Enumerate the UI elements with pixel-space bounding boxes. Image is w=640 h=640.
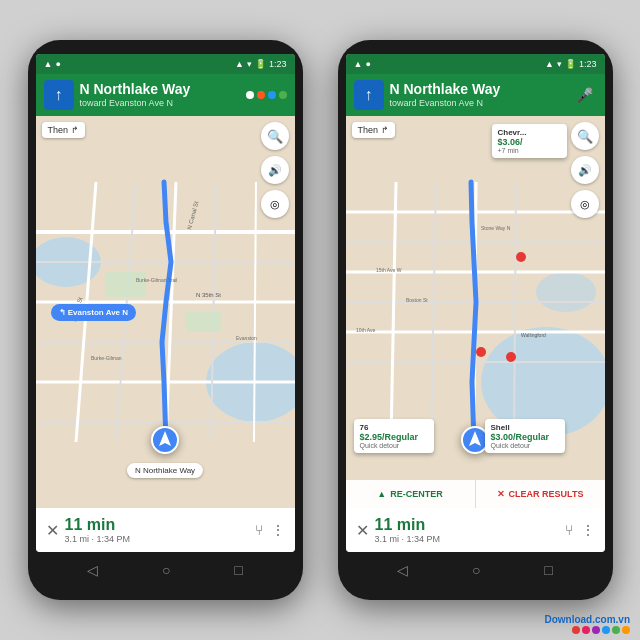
- recenter-triangle-icon: ▲: [377, 489, 386, 499]
- gas-price-chevron: $3.06/: [498, 137, 561, 147]
- watermark-text: Download.com.vn: [544, 614, 630, 625]
- trip-time-1: 11 min: [65, 516, 249, 534]
- gas-popup-chevron[interactable]: Chevr... $3.06/ +7 min: [492, 124, 567, 158]
- status-bar-1: ▲ ● ▲ ▾ 🔋 1:23: [36, 54, 295, 74]
- status-left-2: ▲ ●: [354, 59, 371, 69]
- gas-label-shell: Quick detour: [491, 442, 559, 449]
- status-right-1: ▲ ▾ 🔋 1:23: [235, 59, 286, 69]
- more-icon-1[interactable]: ⋮: [271, 522, 285, 538]
- recenter-label: RE-CENTER: [390, 489, 443, 499]
- signal-icon-1: ▲: [44, 59, 53, 69]
- dot-2: [257, 91, 265, 99]
- svg-text:Burke-Gilman Trail: Burke-Gilman Trail: [136, 277, 177, 283]
- phone-2: ▲ ● ▲ ▾ 🔋 1:23 N Northlake Way toward Ev…: [338, 40, 613, 600]
- phone-1: ▲ ● ▲ ▾ 🔋 1:23 N Northlake Way toward Ev…: [28, 40, 303, 600]
- phone-2-screen: ▲ ● ▲ ▾ 🔋 1:23 N Northlake Way toward Ev…: [346, 54, 605, 552]
- trip-info-1: 11 min 3.1 mi · 1:34 PM: [65, 516, 249, 544]
- clear-x-icon: ✕: [497, 489, 505, 499]
- turn-bubble-1: ↰ Evanston Ave N: [51, 304, 137, 321]
- then-instruction-1: Then ↱: [42, 122, 85, 138]
- clear-label: CLEAR RESULTS: [509, 489, 584, 499]
- svg-point-26: [536, 272, 596, 312]
- wifi-icon-1: ●: [55, 59, 60, 69]
- fork-icon-2: ⑂: [565, 522, 573, 538]
- search-button-2[interactable]: 🔍: [571, 122, 599, 150]
- then-text-2: Then ↱: [358, 125, 389, 135]
- trip-details-2: 3.1 mi · 1:34 PM: [375, 534, 559, 544]
- dot-1: [246, 91, 254, 99]
- wifi2-icon-1: ▾: [247, 59, 252, 69]
- back-btn-2[interactable]: ◁: [397, 562, 408, 578]
- nav-street-2: N Northlake Way: [390, 82, 567, 97]
- phone-1-screen: ▲ ● ▲ ▾ 🔋 1:23 N Northlake Way toward Ev…: [36, 54, 295, 552]
- svg-text:10th Ave: 10th Ave: [356, 327, 376, 333]
- gas-popup-shell[interactable]: Shell $3.00/Regular Quick detour: [485, 419, 565, 453]
- svg-point-38: [476, 347, 486, 357]
- dot-3: [268, 91, 276, 99]
- turn-bubble-text-1: ↰ Evanston Ave N: [59, 308, 129, 317]
- svg-text:Burke-Gilman: Burke-Gilman: [91, 355, 122, 361]
- nav-info-1: N Northlake Way toward Evanston Ave N: [80, 82, 240, 107]
- svg-text:Wallingford: Wallingford: [521, 332, 546, 338]
- back-btn-1[interactable]: ◁: [87, 562, 98, 578]
- bottom-icons-1: ⑂ ⋮: [255, 522, 285, 538]
- wd-3: [592, 626, 600, 634]
- gas-name-chevron: Chevr...: [498, 128, 561, 137]
- nav-toward-2: toward Evanston Ave N: [390, 98, 567, 108]
- search-button-1[interactable]: 🔍: [261, 122, 289, 150]
- nav-arrow-1: [151, 426, 179, 458]
- wd-5: [612, 626, 620, 634]
- recent-btn-1[interactable]: □: [234, 562, 242, 578]
- svg-rect-15: [186, 312, 221, 332]
- more-icon-2[interactable]: ⋮: [581, 522, 595, 538]
- gas-popup-76[interactable]: 76 $2.95/Regular Quick detour: [354, 419, 434, 453]
- sound-button-1[interactable]: 🔊: [261, 156, 289, 184]
- svg-text:Boston St: Boston St: [406, 297, 428, 303]
- svg-text:Evanston: Evanston: [236, 335, 257, 341]
- wd-2: [582, 626, 590, 634]
- close-button-2[interactable]: ✕: [356, 521, 369, 540]
- home-btn-1[interactable]: ○: [162, 562, 170, 578]
- bottom-icons-2: ⑂ ⋮: [565, 522, 595, 538]
- map-area-1[interactable]: N Canal St Burke-Gilman Trail N 34th St …: [36, 116, 295, 508]
- status-right-2: ▲ ▾ 🔋 1:23: [545, 59, 596, 69]
- gas-price-76: $2.95/Regular: [360, 432, 428, 442]
- battery-icon-1: 🔋: [255, 59, 266, 69]
- location-label-1: N Northlake Way: [127, 463, 203, 478]
- gps-icon-2: ▲: [545, 59, 554, 69]
- nav-street-1: N Northlake Way: [80, 82, 240, 97]
- nav-header-2: N Northlake Way toward Evanston Ave N 🎤: [346, 74, 605, 116]
- trip-info-2: 11 min 3.1 mi · 1:34 PM: [375, 516, 559, 544]
- gas-price-shell: $3.00/Regular: [491, 432, 559, 442]
- svg-text:N 35th St: N 35th St: [196, 292, 221, 298]
- nav-header-1: N Northlake Way toward Evanston Ave N: [36, 74, 295, 116]
- recent-btn-2[interactable]: □: [544, 562, 552, 578]
- compass-button-1[interactable]: ◎: [261, 190, 289, 218]
- wd-6: [622, 626, 630, 634]
- home-btn-2[interactable]: ○: [472, 562, 480, 578]
- recenter-button[interactable]: ▲ RE-CENTER: [346, 480, 476, 508]
- bottom-bar-2: ✕ 11 min 3.1 mi · 1:34 PM ⑂ ⋮: [346, 508, 605, 552]
- time-1: 1:23: [269, 59, 287, 69]
- gps-icon-1: ▲: [235, 59, 244, 69]
- signal-icon-2: ▲: [354, 59, 363, 69]
- sound-button-2[interactable]: 🔊: [571, 156, 599, 184]
- svg-point-37: [516, 252, 526, 262]
- phone-nav-1: ◁ ○ □: [36, 554, 295, 586]
- gas-label-76: Quick detour: [360, 442, 428, 449]
- clear-button[interactable]: ✕ CLEAR RESULTS: [476, 480, 605, 508]
- compass-button-2[interactable]: ◎: [571, 190, 599, 218]
- then-instruction-2: Then ↱: [352, 122, 395, 138]
- map-area-2[interactable]: Stone Way N 15th Ave W Boston St 10th Av…: [346, 116, 605, 508]
- close-button-1[interactable]: ✕: [46, 521, 59, 540]
- mic-button-2[interactable]: 🎤: [573, 83, 597, 107]
- svg-text:15th Ave W: 15th Ave W: [376, 267, 402, 273]
- battery-icon-2: 🔋: [565, 59, 576, 69]
- fork-icon-1: ⑂: [255, 522, 263, 538]
- status-bar-2: ▲ ● ▲ ▾ 🔋 1:23: [346, 54, 605, 74]
- watermark-dots: [544, 626, 630, 634]
- nav-dots-1[interactable]: [246, 91, 287, 99]
- scene: ▲ ● ▲ ▾ 🔋 1:23 N Northlake Way toward Ev…: [0, 0, 640, 640]
- phone-nav-2: ◁ ○ □: [346, 554, 605, 586]
- time-2: 1:23: [579, 59, 597, 69]
